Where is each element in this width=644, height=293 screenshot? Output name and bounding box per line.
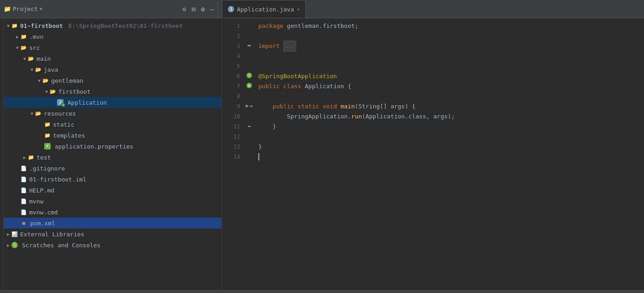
spring-run-indicator-7[interactable]: ▶ (246, 83, 252, 88)
tree-item-appprops[interactable]: P application.properties (4, 141, 221, 152)
minimize-icon[interactable]: — (210, 5, 214, 13)
test-label: test (37, 154, 51, 161)
pomxml-label: pom.xml (30, 220, 55, 227)
line-num-11: 11 (222, 122, 240, 132)
tree-item-firstboot[interactable]: ▼ 📂 firstboot (4, 86, 221, 97)
application-label: Application (68, 99, 107, 106)
token-11-1: } (258, 122, 276, 132)
tab-bar: J Application.java × (218, 0, 644, 18)
token-9-7 (337, 101, 340, 112)
fold-import-icon[interactable]: ▬ (247, 42, 251, 48)
line-num-13: 13 (222, 142, 240, 152)
tab-application-java[interactable]: J Application.java × (222, 0, 306, 18)
root-path: E:\SpringBootTest02\01-firstboot (68, 22, 183, 29)
tree-item-resources[interactable]: ▼ 📂 resources (4, 108, 221, 119)
src-label: src (29, 44, 40, 51)
gutter-14 (244, 151, 255, 161)
token-13-1: } (258, 142, 262, 152)
tree-item-mvnw[interactable]: 📄 mvnw (4, 196, 221, 207)
gutter-10 (244, 111, 255, 121)
tree-item-iml[interactable]: 📄 01-firstboot.iml (4, 174, 221, 185)
tree-item-helpmd[interactable]: 📄 HELP.md (4, 185, 221, 196)
settings-icon[interactable]: ⚙ (201, 5, 204, 13)
tree-item-main[interactable]: ▼ 📂 main (4, 53, 221, 64)
external-libraries-header[interactable]: ▶ 📊 External Libraries (4, 229, 221, 240)
gentleman-folder-icon: 📂 (42, 77, 49, 84)
spring-indicator-6: S (246, 73, 252, 78)
tree-item-src[interactable]: ▼ 📂 src (4, 42, 221, 53)
root-label: 01-firstboot E:\SpringBootTest02\01-firs… (20, 22, 183, 29)
line-num-7: 7 (222, 81, 240, 91)
folder-icon: 📁 (4, 5, 11, 12)
cursor (258, 153, 259, 160)
mvnwcmd-label: mvnw.cmd (29, 209, 58, 216)
line-numbers: 1 2 3 4 5 6 7 8 9 10 11 12 13 14 (222, 20, 244, 288)
gutter-11[interactable]: ▬ (244, 121, 255, 131)
scratches-arrow: ▶ (5, 243, 11, 248)
test-folder-icon: 📁 (27, 154, 35, 161)
line-num-1: 1 (222, 21, 240, 31)
line-num-10: 10 (222, 112, 240, 122)
file-tree[interactable]: ▼ 📁 01-firstboot E:\SpringBootTest02\01-… (4, 18, 222, 290)
code-line-8 (258, 91, 640, 101)
main-folder-icon: 📂 (27, 55, 35, 62)
code-line-12 (258, 132, 640, 142)
token-7-1: public (258, 81, 280, 91)
line-num-5: 5 (222, 61, 240, 71)
gutter-7[interactable]: ▶ (244, 80, 255, 91)
sidebar-header: 📁 Project ▼ ⊙ ⊟ ⚙ — (0, 0, 218, 18)
run-icon-9[interactable]: ▶ (246, 102, 249, 109)
firstboot-label: firstboot (58, 88, 90, 95)
token-9-9: (String[] args) { (355, 101, 415, 112)
gutter-1 (244, 20, 255, 30)
project-title: Project (13, 5, 38, 12)
tree-item-mvnwcmd[interactable]: 📄 mvnw.cmd (4, 207, 221, 218)
src-arrow: ▼ (15, 45, 20, 50)
token-9-1 (258, 101, 272, 112)
root-arrow: ▼ (5, 23, 11, 28)
token-10-3: (Application.class, args); (362, 112, 455, 122)
tree-item-test[interactable]: ▶ 📁 test (4, 152, 221, 163)
tree-item-templates[interactable]: 📁 templates (4, 130, 221, 141)
iml-label: 01-firstboot.iml (29, 176, 86, 183)
tree-item-application[interactable]: J Application (4, 97, 221, 108)
line-num-12: 12 (222, 132, 240, 142)
code-line-14[interactable] (258, 152, 640, 162)
tree-item-pomxml[interactable]: m pom.xml (4, 218, 221, 229)
top-bar: 📁 Project ▼ ⊙ ⊟ ⚙ — J Application.java × (0, 0, 644, 18)
gutter-9[interactable]: ▶ ▬ (244, 101, 255, 111)
gentleman-label: gentleman (51, 77, 83, 84)
token-3-3[interactable]: ... (283, 41, 296, 52)
appprops-icon: P (44, 143, 51, 150)
fold-icon-9[interactable]: ▬ (250, 103, 253, 108)
tree-item-gitignore[interactable]: 📄 .gitignore (4, 163, 221, 174)
scratches-label: Scratches and Consoles (22, 242, 100, 249)
token-1-2: gentleman.firstboot; (283, 21, 358, 31)
collapse-icon[interactable]: ⊟ (192, 5, 195, 13)
tree-root[interactable]: ▼ 📁 01-firstboot E:\SpringBootTest02\01-… (4, 20, 221, 31)
project-dropdown-arrow[interactable]: ▼ (40, 6, 42, 11)
static-folder-icon: 📁 (44, 121, 51, 128)
gutter-3[interactable]: ▬ (244, 40, 255, 50)
templates-label: templates (53, 132, 85, 139)
fold-icon-11[interactable]: ▬ (248, 123, 251, 128)
helpmd-icon: 📄 (20, 186, 27, 194)
code-line-9: public static void main (String[] args) … (258, 101, 640, 112)
code-line-3: import ... (258, 41, 640, 51)
line-num-2: 2 (222, 31, 240, 41)
gitignore-label: .gitignore (29, 165, 65, 172)
sync-icon[interactable]: ⊙ (182, 5, 186, 13)
gutter-2 (244, 30, 255, 40)
tree-item-gentleman[interactable]: ▼ 📂 gentleman (4, 75, 221, 86)
tab-close-button[interactable]: × (297, 6, 300, 12)
tree-item-static[interactable]: 📁 static (4, 119, 221, 130)
scratches-header[interactable]: ▶ S Scratches and Consoles (4, 240, 221, 250)
resources-arrow: ▼ (29, 111, 35, 116)
code-content[interactable]: package gentleman.firstboot; import ... (255, 20, 644, 288)
code-editor[interactable]: 1 2 3 4 5 6 7 8 9 10 11 12 13 14 (222, 18, 644, 290)
line-num-4: 4 (222, 51, 240, 61)
gutter-6: S (244, 70, 255, 80)
tree-item-java[interactable]: ▼ 📂 java (4, 64, 221, 75)
tree-item-mvn[interactable]: ▶ 📁 .mvn (4, 31, 221, 42)
token-7-2 (280, 81, 283, 91)
